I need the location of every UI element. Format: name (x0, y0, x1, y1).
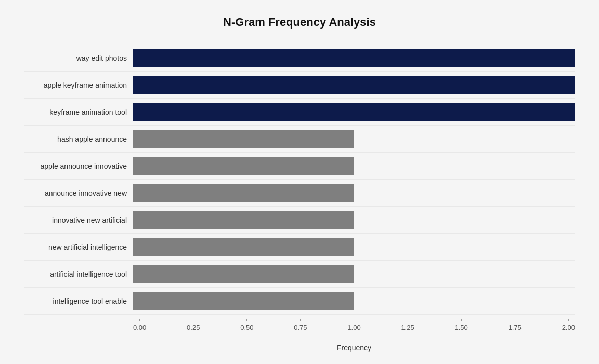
bar-fill (133, 238, 354, 256)
x-tick: 0.25 (187, 319, 200, 331)
x-tick: 0.00 (133, 319, 146, 331)
bar-label: keyframe animation tool (24, 108, 133, 116)
bar-track (133, 157, 575, 175)
x-tick: 1.50 (454, 319, 467, 331)
bar-label: announce innovative new (24, 189, 133, 197)
bar-row: intelligence tool enable (24, 288, 575, 315)
x-tick: 2.00 (562, 319, 575, 331)
x-tick-line (193, 319, 193, 321)
chart-area: way edit photos apple keyframe animation… (24, 45, 575, 315)
bar-fill (133, 211, 354, 229)
x-axis: 0.000.250.500.751.001.251.501.752.00 (133, 319, 575, 340)
bar-row: keyframe animation tool (24, 99, 575, 126)
bar-track (133, 292, 575, 310)
bar-fill (133, 49, 575, 67)
bar-row: announce innovative new (24, 180, 575, 207)
x-tick-line (246, 319, 247, 321)
bar-track (133, 184, 575, 202)
bar-track (133, 103, 575, 121)
bar-track (133, 130, 575, 148)
bar-row: way edit photos (24, 45, 575, 72)
x-tick-line (300, 319, 301, 321)
x-tick: 0.50 (240, 319, 253, 331)
bar-row: apple keyframe animation (24, 72, 575, 99)
x-tick-line (139, 319, 140, 321)
bar-fill (133, 265, 354, 283)
x-tick-line (515, 319, 515, 321)
x-tick-line (568, 319, 569, 321)
x-ticks: 0.000.250.500.751.001.251.501.752.00 (133, 319, 575, 331)
bar-fill (133, 103, 575, 121)
bar-fill (133, 130, 354, 148)
bar-label: way edit photos (24, 54, 133, 62)
bar-row: hash apple announce (24, 126, 575, 153)
x-tick: 1.00 (347, 319, 360, 331)
bar-label: artificial intelligence tool (24, 270, 133, 278)
bar-fill (133, 184, 354, 202)
bar-label: hash apple announce (24, 135, 133, 143)
bar-row: apple announce innovative (24, 153, 575, 180)
bar-fill (133, 157, 354, 175)
bar-fill (133, 292, 354, 310)
bar-track (133, 211, 575, 229)
bar-row: artificial intelligence tool (24, 261, 575, 288)
chart-title: N-Gram Frequency Analysis (24, 16, 575, 29)
x-tick-line (408, 319, 408, 321)
x-tick: 1.75 (509, 319, 522, 331)
chart-container: N-Gram Frequency Analysis way edit photo… (14, 0, 585, 364)
bar-label: apple announce innovative (24, 162, 133, 170)
x-tick-line (461, 319, 462, 321)
bar-label: apple keyframe animation (24, 81, 133, 89)
bar-fill (133, 76, 575, 94)
bar-label: new artificial intelligence (24, 243, 133, 251)
bar-row: new artificial intelligence (24, 234, 575, 261)
bar-track (133, 49, 575, 67)
bar-label: intelligence tool enable (24, 297, 133, 305)
x-tick-line (354, 319, 354, 321)
bar-track (133, 238, 575, 256)
x-tick: 1.25 (401, 319, 414, 331)
bar-track (133, 265, 575, 283)
bar-row: innovative new artificial (24, 207, 575, 234)
bar-label: innovative new artificial (24, 216, 133, 224)
x-axis-label: Frequency (133, 344, 575, 352)
bar-track (133, 76, 575, 94)
x-tick: 0.75 (294, 319, 307, 331)
